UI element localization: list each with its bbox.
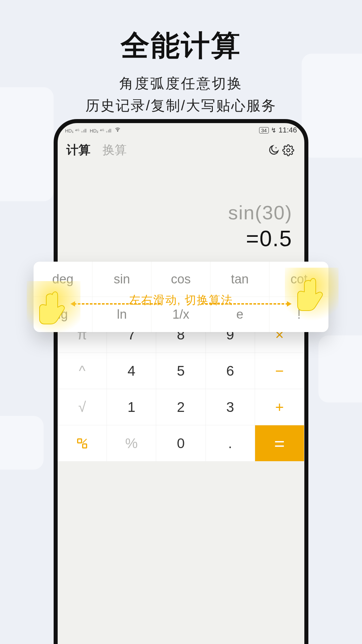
key-[interactable]: %: [107, 425, 156, 461]
status-left: HD₁⁴ᴳ ₊ıll HD₂⁴ᴳ ₊ıll: [65, 126, 122, 134]
key-5[interactable]: 5: [156, 353, 205, 389]
tab-calculate[interactable]: 计算: [66, 142, 90, 158]
result-display: =0.5: [70, 226, 292, 251]
status-right: 34 ↯ 11:46: [259, 126, 297, 135]
key-[interactable]: +: [255, 389, 304, 425]
dark-mode-icon[interactable]: [266, 143, 281, 158]
status-bar: HD₁⁴ᴳ ₊ıll HD₂⁴ᴳ ₊ıll 34 ↯ 11:46: [58, 123, 304, 135]
settings-icon[interactable]: [281, 143, 296, 158]
sci-key-[interactable]: !: [269, 297, 328, 332]
svg-rect-6: [78, 439, 82, 443]
key-[interactable]: .: [206, 425, 255, 461]
sci-key-ln[interactable]: ln: [93, 297, 152, 332]
svg-point-1: [287, 149, 290, 152]
sci-key-e[interactable]: e: [210, 297, 269, 332]
sci-key-sin[interactable]: sin: [93, 262, 152, 297]
scientific-panel: degsincostancotlgln1/xe!: [34, 262, 328, 332]
sci-key-tan[interactable]: tan: [210, 262, 269, 297]
wifi-icon: [115, 126, 121, 133]
key-4[interactable]: 4: [107, 353, 156, 389]
phone-mockup: HD₁⁴ᴳ ₊ıll HD₂⁴ᴳ ₊ıll 34 ↯ 11:46 计算 换算 s…: [54, 119, 308, 644]
sci-key-1x[interactable]: 1/x: [152, 297, 210, 332]
key-6[interactable]: 6: [206, 353, 255, 389]
key-0[interactable]: 0: [156, 425, 205, 461]
key-[interactable]: =: [255, 425, 304, 461]
sci-key-cot[interactable]: cot: [269, 262, 328, 297]
key-fraction[interactable]: [58, 425, 107, 461]
key-[interactable]: √: [58, 389, 107, 425]
tab-convert[interactable]: 换算: [103, 142, 127, 158]
sci-key-deg[interactable]: deg: [34, 262, 93, 297]
sci-key-lg[interactable]: lg: [34, 297, 93, 332]
expression-display: sin(30): [70, 201, 292, 224]
svg-point-0: [117, 131, 118, 131]
key-2[interactable]: 2: [156, 389, 205, 425]
svg-rect-7: [83, 444, 87, 448]
sci-key-cos[interactable]: cos: [152, 262, 210, 297]
key-1[interactable]: 1: [107, 389, 156, 425]
key-[interactable]: −: [255, 353, 304, 389]
key-3[interactable]: 3: [206, 389, 255, 425]
key-[interactable]: ^: [58, 353, 107, 389]
